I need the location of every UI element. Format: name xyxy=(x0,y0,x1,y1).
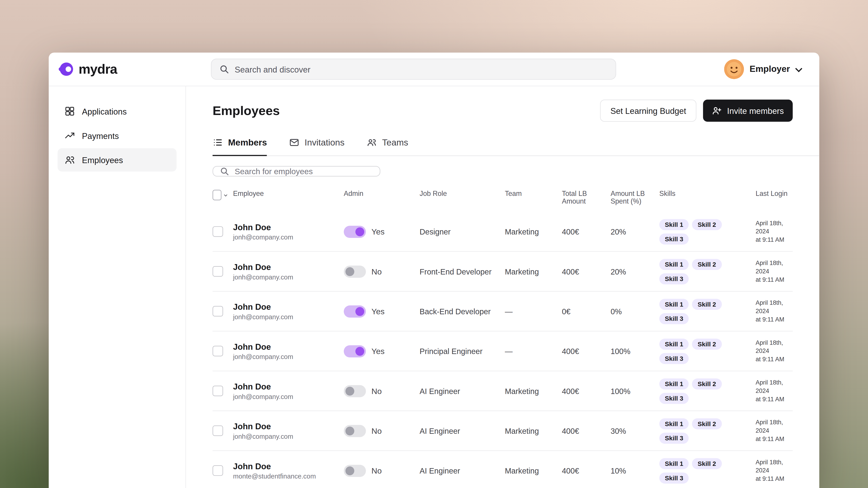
search-icon xyxy=(220,166,229,176)
toggle-knob xyxy=(355,307,364,316)
last-login-date: April 18th, 2024 xyxy=(756,418,788,435)
sidebar-item-employees[interactable]: Employees xyxy=(58,148,177,171)
last-login-cell: April 18th, 2024 at 9:11 AM xyxy=(756,458,793,483)
admin-toggle[interactable] xyxy=(344,225,366,238)
row-checkbox[interactable] xyxy=(213,266,223,277)
admin-toggle[interactable] xyxy=(344,305,366,318)
table-row[interactable]: John Doe jonh@company.com Yes Principal … xyxy=(213,331,793,371)
employee-name: John Doe xyxy=(233,222,339,232)
admin-toggle[interactable] xyxy=(344,345,366,357)
user-role-label: Employer xyxy=(749,64,790,74)
column-header-job-role: Job Role xyxy=(420,190,505,197)
employees-table: Employee Admin Job Role Team Total LB Am… xyxy=(213,184,793,488)
admin-toggle[interactable] xyxy=(344,385,366,397)
team-cell: — xyxy=(505,307,562,316)
employee-email: jonh@company.com xyxy=(233,313,339,321)
skill-pill: Skill 3 xyxy=(659,393,689,404)
table-row[interactable]: John Doe jonh@company.com Yes Back-End D… xyxy=(213,292,793,331)
amount-lb-spent-cell: 30% xyxy=(611,426,659,435)
sidebar: Applications Payments xyxy=(49,86,186,488)
mydra-logo-icon xyxy=(58,61,74,77)
last-login-date: April 18th, 2024 xyxy=(756,379,788,395)
admin-toggle[interactable] xyxy=(344,425,366,437)
amount-lb-spent-cell: 0% xyxy=(611,307,659,316)
skill-pill: Skill 3 xyxy=(659,233,689,244)
last-login-time: at 9:11 AM xyxy=(756,275,788,284)
row-checkbox[interactable] xyxy=(213,346,223,357)
employee-name: John Doe xyxy=(233,382,339,391)
skills-cell: Skill 1Skill 2Skill 3 xyxy=(659,259,751,284)
tab-invitations[interactable]: Invitations xyxy=(289,137,344,156)
admin-toggle[interactable] xyxy=(344,464,366,477)
skill-pill: Skill 1 xyxy=(659,259,689,270)
brand-logo[interactable]: mydra xyxy=(49,61,186,77)
total-lb-amount-cell: 0€ xyxy=(562,307,611,316)
row-checkbox[interactable] xyxy=(213,465,223,476)
toggle-knob xyxy=(345,426,354,435)
invite-members-label: Invite members xyxy=(727,106,784,116)
table-body: John Doe jonh@company.com Yes Designer M… xyxy=(213,212,793,488)
admin-toggle-label: Yes xyxy=(371,227,384,236)
user-menu[interactable]: Employer xyxy=(724,59,819,79)
admin-toggle[interactable] xyxy=(344,265,366,278)
trending-up-icon xyxy=(64,130,75,141)
main-content: Employees Set Learning Budget xyxy=(186,86,819,488)
job-role-cell: AI Engineer xyxy=(420,426,505,435)
last-login-date: April 18th, 2024 xyxy=(756,299,788,315)
last-login-time: at 9:11 AM xyxy=(756,395,788,403)
chevron-down-icon[interactable] xyxy=(222,191,229,199)
app-window: mydra Search and discover xyxy=(49,53,819,488)
column-header-amount-lb-spent: Amount LB Spent (%) xyxy=(611,190,659,205)
row-checkbox[interactable] xyxy=(213,226,223,237)
admin-toggle-label: No xyxy=(371,387,381,395)
table-row[interactable]: John Doe jonh@company.com No AI Engineer… xyxy=(213,371,793,411)
job-role-cell: AI Engineer xyxy=(420,466,505,475)
table-row[interactable]: John Doe jonh@company.com No Front-End D… xyxy=(213,252,793,291)
table-row[interactable]: John Doe monte@studentfinance.com No AI … xyxy=(213,451,793,488)
skill-pill: Skill 2 xyxy=(692,378,721,389)
toggle-knob xyxy=(355,347,364,355)
global-search-input[interactable]: Search and discover xyxy=(211,59,616,80)
set-learning-budget-button[interactable]: Set Learning Budget xyxy=(600,100,697,122)
invite-members-button[interactable]: Invite members xyxy=(703,100,793,122)
employee-name: John Doe xyxy=(233,302,339,311)
employee-name: John Doe xyxy=(233,341,339,351)
last-login-time: at 9:11 AM xyxy=(756,475,788,483)
total-lb-amount-cell: 400€ xyxy=(562,426,611,435)
row-checkbox[interactable] xyxy=(213,306,223,317)
skill-pill: Skill 3 xyxy=(659,353,689,364)
sidebar-item-label: Applications xyxy=(82,106,127,116)
amount-lb-spent-cell: 100% xyxy=(611,347,659,355)
table-row[interactable]: John Doe jonh@company.com No AI Engineer… xyxy=(213,411,793,451)
brand-name: mydra xyxy=(79,61,117,77)
sidebar-item-applications[interactable]: Applications xyxy=(58,100,177,123)
row-checkbox[interactable] xyxy=(213,386,223,396)
tab-invitations-label: Invitations xyxy=(305,138,344,148)
employee-email: jonh@company.com xyxy=(233,233,339,241)
job-role-cell: Back-End Developer xyxy=(420,307,505,316)
amount-lb-spent-cell: 100% xyxy=(611,387,659,395)
employee-search-input[interactable]: Search for employees xyxy=(213,166,380,177)
last-login-time: at 9:11 AM xyxy=(756,355,788,363)
toggle-knob xyxy=(345,387,354,395)
people-icon xyxy=(367,137,377,148)
last-login-time: at 9:11 AM xyxy=(756,435,788,443)
amount-lb-spent-cell: 20% xyxy=(611,267,659,276)
job-role-cell: AI Engineer xyxy=(420,387,505,395)
row-checkbox[interactable] xyxy=(213,425,223,436)
team-cell: Marketing xyxy=(505,387,562,395)
tab-members[interactable]: Members xyxy=(213,137,267,156)
admin-toggle-label: No xyxy=(371,267,381,276)
skill-pill: Skill 1 xyxy=(659,338,689,350)
mail-icon xyxy=(289,137,300,148)
skills-cell: Skill 1Skill 2Skill 3 xyxy=(659,338,751,364)
sidebar-item-payments[interactable]: Payments xyxy=(58,124,177,147)
table-row[interactable]: John Doe jonh@company.com Yes Designer M… xyxy=(213,212,793,252)
select-all-checkbox[interactable] xyxy=(213,190,221,200)
last-login-date: April 18th, 2024 xyxy=(756,219,788,236)
tab-teams[interactable]: Teams xyxy=(367,137,408,156)
global-search-placeholder: Search and discover xyxy=(235,64,310,74)
toggle-knob xyxy=(345,466,354,475)
sidebar-item-label: Payments xyxy=(82,131,119,140)
skill-pill: Skill 2 xyxy=(692,219,721,230)
